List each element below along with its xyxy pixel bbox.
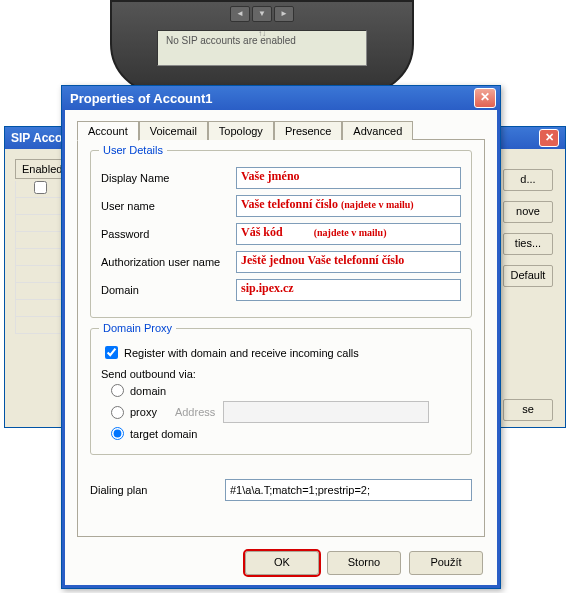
table-row [15,215,65,232]
phone-btn-down[interactable]: ▼ [252,6,272,22]
close-icon[interactable]: ✕ [539,129,559,147]
radio-target-label: target domain [130,428,197,440]
properties-button[interactable]: ties... [503,233,553,255]
close-icon[interactable]: ✕ [474,88,496,108]
send-outbound-label: Send outbound via: [101,368,461,380]
user-details-group: User Details Display Name Vaše jméno Use… [90,150,472,318]
phone-screen: No SIP accounts are enabled [157,30,367,66]
enabled-checkbox-cell[interactable] [15,181,65,198]
user-details-legend: User Details [99,144,167,156]
remove-button[interactable]: nove [503,201,553,223]
properties-dialog: Properties of Account1 ✕ Account Voicema… [61,85,501,589]
radio-proxy[interactable] [111,406,124,419]
password-input[interactable]: Váš kód (najdete v mailu) [236,223,461,245]
tab-panel-account: User Details Display Name Vaše jméno Use… [77,139,485,537]
tab-strip: Account Voicemail Topology Presence Adva… [77,121,485,140]
display-name-label: Display Name [101,172,236,184]
phone-status: No SIP accounts are enabled [166,35,296,46]
tab-voicemail[interactable]: Voicemail [139,121,208,140]
phone-btn-left[interactable]: ◄ [230,6,250,22]
dialog-button-row: OK Storno Použít [245,551,483,575]
dialing-plan-input[interactable] [225,479,472,501]
auth-user-label: Authorization user name [101,256,236,268]
phone-btn-right[interactable]: ► [274,6,294,22]
storno-button[interactable]: Storno [327,551,401,575]
tab-advanced[interactable]: Advanced [342,121,413,140]
radio-domain[interactable] [111,384,124,397]
dialing-plan-label: Dialing plan [90,484,225,496]
register-checkbox[interactable] [105,346,118,359]
domain-label: Domain [101,284,236,296]
table-row [15,283,65,300]
address-label: Address [175,406,215,418]
phone-device: ◄ ▼ ► No SIP accounts are enabled [110,0,414,94]
password-label: Password [101,228,236,240]
pouzit-button[interactable]: Použít [409,551,483,575]
auth-user-input[interactable]: Ještě jednou Vaše telefonní číslo [236,251,461,273]
register-label: Register with domain and receive incomin… [124,347,359,359]
dialog-body: Account Voicemail Topology Presence Adva… [62,110,500,588]
username-label: User name [101,200,236,212]
tab-presence[interactable]: Presence [274,121,342,140]
domain-input[interactable]: sip.ipex.cz [236,279,461,301]
display-name-input[interactable]: Vaše jméno [236,167,461,189]
radio-target-domain[interactable] [111,427,124,440]
address-input [223,401,429,423]
add-button[interactable]: d... [503,169,553,191]
table-row [15,198,65,215]
tab-account[interactable]: Account [77,121,139,141]
username-input[interactable]: Vaše telefonní číslo (najdete v mailu) [236,195,461,217]
table-row [15,300,65,317]
ok-button[interactable]: OK [245,551,319,575]
phone-button-row: ◄ ▼ ► [112,2,412,22]
table-row [15,266,65,283]
domain-proxy-legend: Domain Proxy [99,322,176,334]
titlebar: Properties of Account1 ✕ [62,86,500,110]
table-row [15,249,65,266]
tab-topology[interactable]: Topology [208,121,274,140]
domain-proxy-group: Domain Proxy Register with domain and re… [90,328,472,455]
enabled-checkbox[interactable] [34,181,47,194]
table-row [15,232,65,249]
close-button[interactable]: se [503,399,553,421]
dialog-title: Properties of Account1 [70,91,213,106]
default-button[interactable]: Default [503,265,553,287]
table-row [15,317,65,334]
radio-domain-label: domain [130,385,166,397]
radio-proxy-label: proxy [130,406,157,418]
